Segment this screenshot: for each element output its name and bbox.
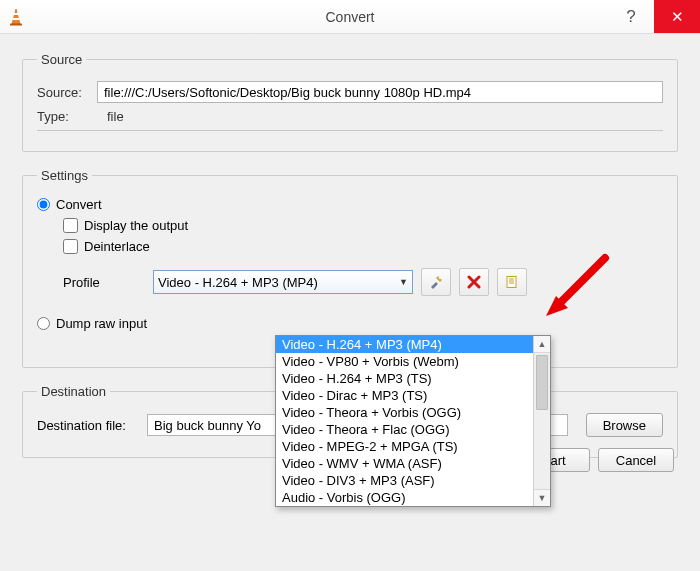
scroll-track[interactable] xyxy=(534,412,550,489)
browse-button[interactable]: Browse xyxy=(586,413,663,437)
svg-rect-1 xyxy=(14,13,19,15)
type-value: file xyxy=(107,109,124,124)
svg-rect-3 xyxy=(10,23,22,25)
scroll-down-arrow-icon[interactable]: ▼ xyxy=(534,489,550,506)
scroll-up-arrow-icon[interactable]: ▲ xyxy=(534,336,550,353)
divider xyxy=(37,130,663,131)
svg-rect-5 xyxy=(507,277,516,288)
profile-option[interactable]: Video - Theora + Vorbis (OGG) xyxy=(276,404,533,421)
deinterlace-checkbox[interactable] xyxy=(63,239,78,254)
new-file-icon xyxy=(505,275,519,289)
cancel-button[interactable]: Cancel xyxy=(598,448,674,472)
new-profile-button[interactable] xyxy=(497,268,527,296)
delete-profile-button[interactable] xyxy=(459,268,489,296)
source-legend: Source xyxy=(37,52,86,67)
profile-dropdown-list[interactable]: Video - H.264 + MP3 (MP4)Video - VP80 + … xyxy=(275,335,551,507)
profile-option[interactable]: Video - WMV + WMA (ASF) xyxy=(276,455,533,472)
convert-label: Convert xyxy=(56,197,102,212)
scrollbar[interactable]: ▲ ▼ xyxy=(533,336,550,506)
edit-profile-button[interactable] xyxy=(421,268,451,296)
scroll-thumb[interactable] xyxy=(536,355,548,410)
deinterlace-label: Deinterlace xyxy=(84,239,150,254)
dump-raw-label: Dump raw input xyxy=(56,316,147,331)
profile-option[interactable]: Video - MPEG-2 + MPGA (TS) xyxy=(276,438,533,455)
svg-point-4 xyxy=(439,277,441,279)
profile-option[interactable]: Video - VP80 + Vorbis (Webm) xyxy=(276,353,533,370)
convert-radio[interactable] xyxy=(37,198,50,211)
display-output-label: Display the output xyxy=(84,218,188,233)
svg-rect-2 xyxy=(13,18,20,20)
title-bar: Convert ? ✕ xyxy=(0,0,700,34)
dump-raw-radio[interactable] xyxy=(37,317,50,330)
display-output-checkbox[interactable] xyxy=(63,218,78,233)
help-button[interactable]: ? xyxy=(608,0,654,33)
profile-select[interactable]: Video - H.264 + MP3 (MP4) ▼ xyxy=(153,270,413,294)
source-label: Source: xyxy=(37,85,97,100)
destination-legend: Destination xyxy=(37,384,110,399)
profile-label: Profile xyxy=(63,275,153,290)
vlc-cone-icon xyxy=(6,7,26,27)
profile-selected-text: Video - H.264 + MP3 (MP4) xyxy=(158,275,318,290)
settings-legend: Settings xyxy=(37,168,92,183)
profile-option[interactable]: Video - Dirac + MP3 (TS) xyxy=(276,387,533,404)
profile-option[interactable]: Video - H.264 + MP3 (TS) xyxy=(276,370,533,387)
destination-file-label: Destination file: xyxy=(37,418,147,433)
source-group: Source Source: Type: file xyxy=(22,52,678,152)
profile-option[interactable]: Audio - Vorbis (OGG) xyxy=(276,489,533,506)
profile-option[interactable]: Video - Theora + Flac (OGG) xyxy=(276,421,533,438)
close-button[interactable]: ✕ xyxy=(654,0,700,33)
profile-option[interactable]: Video - H.264 + MP3 (MP4) xyxy=(276,336,533,353)
chevron-down-icon: ▼ xyxy=(399,277,408,287)
wrench-icon xyxy=(428,274,444,290)
source-input[interactable] xyxy=(97,81,663,103)
type-label: Type: xyxy=(37,109,97,124)
svg-marker-0 xyxy=(12,9,20,24)
profile-option[interactable]: Video - DIV3 + MP3 (ASF) xyxy=(276,472,533,489)
delete-x-icon xyxy=(467,275,481,289)
window-title: Convert xyxy=(325,9,374,25)
